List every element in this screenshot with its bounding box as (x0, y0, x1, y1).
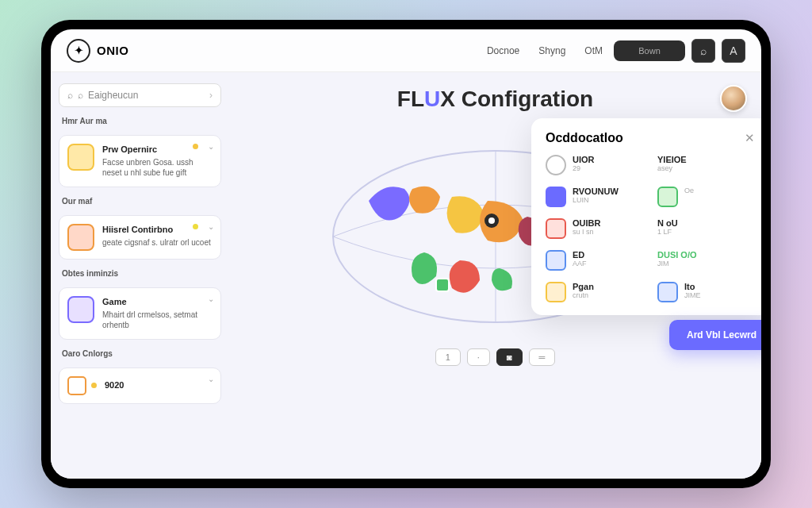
map-controls: 1 · ◙ ═ (245, 348, 745, 366)
sidebar-heading-3: Obtes inminzis (59, 267, 221, 279)
status-dot-2 (193, 224, 198, 229)
panel-cell[interactable]: YIEIOEasey (657, 155, 755, 175)
cell-label: Ito (684, 282, 701, 291)
chevron-icon: ⌄ (208, 375, 214, 383)
cell-label: N oU (657, 218, 678, 228)
cell-sub: crutn (573, 291, 594, 299)
cell-label: YIEIOE (657, 155, 687, 164)
panel-cell[interactable]: ItoJIME (657, 282, 755, 302)
user-icon[interactable]: A (722, 39, 745, 63)
sidebar-heading-4: Oaro Cnlorgs (59, 348, 221, 360)
card-desc-1: Facse unbren Gosa. ussh neset u nhl sube… (102, 157, 213, 179)
card-title-3: Game (102, 296, 213, 308)
cell-sub: 1 LF (657, 228, 678, 236)
search-icon[interactable]: ⌕ (691, 39, 715, 63)
side-panel: Ocddocatloo ✕ UIOR29 YIEIOEasey RVOUNUWL… (531, 118, 761, 315)
svg-point-3 (488, 217, 495, 224)
topbar: ✦ ONIO Docnoe Shyng OtM Bown ⌕ A (51, 29, 761, 72)
cell-label: OUIBR (573, 218, 600, 228)
cell-label: DUSI O/O (657, 250, 697, 260)
card-title-4: 9020 (105, 380, 124, 390)
title-suffix: X Configration (440, 87, 593, 111)
search-input[interactable]: ⌕ ⌕ Eaigheucun › (59, 83, 221, 107)
panel-cell[interactable]: OUIBRsu I sn (546, 218, 643, 239)
status-dot-1 (193, 144, 198, 149)
sidebar-heading-1: Hmr Aur ma (59, 115, 221, 127)
cell-sub: Oe (684, 187, 694, 194)
status-pill[interactable]: Bown (614, 40, 685, 61)
square-icon (546, 187, 566, 207)
chevron-icon: ⌄ (208, 222, 214, 231)
cell-sub: JIM (657, 260, 697, 267)
panel-header: Ocddocatloo ✕ (546, 131, 755, 145)
square-icon (546, 282, 566, 302)
top-nav: Docnoe Shyng OtM (487, 45, 603, 56)
cell-sub: LUIN (573, 196, 619, 204)
panel-cell[interactable]: EDAAF (546, 250, 643, 271)
control-3[interactable]: ◙ (496, 348, 523, 366)
sidebar-card-2[interactable]: Hiisrel Contirbno geate cigsnaf s. ulrat… (59, 215, 221, 260)
logo-icon: ✦ (67, 39, 90, 63)
control-1[interactable]: 1 (435, 348, 461, 366)
sidebar-card-3[interactable]: Game Mhairt drl crmelsos, setmat orhentb… (59, 287, 221, 340)
cell-label: Pgan (573, 282, 594, 291)
title-prefix: FL (397, 87, 424, 111)
close-icon[interactable]: ✕ (745, 131, 755, 145)
nav-item-1[interactable]: Docnoe (487, 45, 519, 56)
cell-label: ED (573, 250, 587, 260)
chevron-icon: ⌄ (208, 294, 214, 303)
panel-cell[interactable]: N oU1 LF (657, 218, 755, 239)
cell-sub: AAF (573, 260, 587, 267)
search-chevron-icon: › (209, 90, 213, 101)
chevron-icon: ⌄ (208, 142, 214, 151)
nav-item-2[interactable]: Shyng (538, 45, 565, 56)
panel-cell[interactable]: UIOR29 (546, 155, 643, 175)
sidebar-card-4[interactable]: 9020 ⌄ (59, 368, 221, 404)
cta-button[interactable]: Ard Vbl Lecwrd (669, 320, 761, 350)
page-title: FLUX Configration (245, 87, 745, 112)
sidebar-card-1[interactable]: Prw Opernirc Facse unbren Gosa. ussh nes… (59, 135, 221, 187)
logo[interactable]: ✦ ONIO (67, 39, 128, 63)
content: ⌕ ⌕ Eaigheucun › Hmr Aur ma Prw Opernirc… (51, 72, 761, 479)
square-icon (546, 250, 566, 271)
brand-name: ONIO (97, 44, 128, 57)
tablet-frame: ✦ ONIO Docnoe Shyng OtM Bown ⌕ A ⌕ ⌕ Eai… (41, 20, 771, 488)
panel-title: Ocddocatloo (546, 131, 623, 145)
card-icon-4 (67, 376, 86, 395)
screen: ✦ ONIO Docnoe Shyng OtM Bown ⌕ A ⌕ ⌕ Eai… (51, 29, 761, 479)
card-icon-3 (67, 296, 94, 323)
svg-rect-4 (436, 279, 449, 291)
card-text-3: Game Mhairt drl crmelsos, setmat orhentb (102, 296, 213, 331)
card-icon-2 (67, 224, 94, 251)
radio-icon (546, 155, 566, 175)
square-icon (546, 218, 566, 239)
nav-item-3[interactable]: OtM (584, 45, 603, 56)
search-icon: ⌕ (67, 90, 73, 101)
top-right: Bown ⌕ A (614, 39, 745, 63)
square-icon (657, 187, 678, 207)
panel-cell[interactable]: DUSI O/OJIM (657, 250, 755, 271)
search-placeholder: Eaigheucun (88, 90, 138, 101)
sidebar-heading-2: Our maf (59, 195, 221, 207)
panel-grid: UIOR29 YIEIOEasey RVOUNUWLUIN Oe OUIBRsu… (546, 155, 755, 302)
main: FLUX Configration (229, 72, 761, 479)
status-dot-4 (91, 383, 97, 388)
cell-label: UIOR (573, 155, 595, 164)
avatar[interactable] (720, 85, 747, 112)
title-accent: U (424, 87, 440, 111)
card-icon-1 (67, 144, 94, 171)
search-icon-2: ⌕ (78, 90, 83, 101)
sidebar: ⌕ ⌕ Eaigheucun › Hmr Aur ma Prw Opernirc… (51, 72, 229, 479)
control-2[interactable]: · (467, 348, 490, 366)
home-icon (657, 282, 678, 302)
control-4[interactable]: ═ (529, 348, 556, 366)
cell-sub: asey (657, 164, 687, 172)
panel-cell[interactable]: RVOUNUWLUIN (546, 187, 643, 207)
card-desc-2: geate cigsnaf s. ulratr orl ucoet (102, 237, 211, 248)
cell-sub: JIME (684, 291, 701, 299)
panel-cell[interactable]: Pgancrutn (546, 282, 643, 302)
cell-sub: 29 (573, 164, 595, 172)
panel-cell[interactable]: Oe (657, 187, 755, 207)
cell-sub: su I sn (573, 228, 600, 236)
card-desc-3: Mhairt drl crmelsos, setmat orhentb (102, 310, 213, 331)
